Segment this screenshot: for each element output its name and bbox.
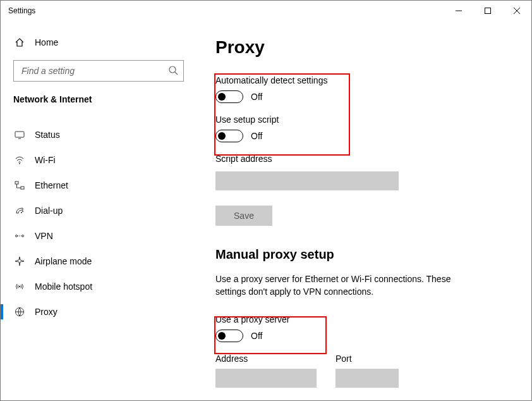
minimize-icon <box>456 8 462 14</box>
sidebar-item-label: Ethernet <box>35 180 68 190</box>
search-box[interactable] <box>13 60 184 82</box>
setup-script-label: Use setup script <box>215 114 512 125</box>
address-label: Address <box>215 354 317 364</box>
sidebar-item-vpn[interactable]: VPN <box>1 223 196 249</box>
svg-rect-0 <box>485 8 491 14</box>
use-proxy-label: Use a proxy server <box>215 314 512 324</box>
maximize-button[interactable] <box>473 1 502 21</box>
home-icon <box>13 37 26 47</box>
close-icon <box>514 8 520 14</box>
auto-detect-state: Off <box>251 92 262 102</box>
sidebar-item-label: Dial-up <box>35 206 63 216</box>
sidebar-item-label: Mobile hotspot <box>35 281 92 292</box>
close-button[interactable] <box>502 1 531 21</box>
sidebar-item-wifi[interactable]: Wi-Fi <box>1 147 196 173</box>
section-header: Network & Internet <box>1 94 196 111</box>
home-label: Home <box>35 37 58 47</box>
minimize-button[interactable] <box>444 1 473 21</box>
svg-rect-2 <box>15 132 24 137</box>
sidebar-item-label: VPN <box>35 231 53 241</box>
status-icon <box>13 130 26 140</box>
svg-point-6 <box>21 212 22 213</box>
sidebar-item-label: Wi-Fi <box>35 155 56 165</box>
home-nav[interactable]: Home <box>1 31 196 54</box>
sidebar: Home Network & Internet Status Wi-Fi <box>1 21 196 400</box>
address-input[interactable] <box>215 369 317 388</box>
svg-point-9 <box>22 235 24 237</box>
window-title: Settings <box>8 6 35 15</box>
save-button[interactable]: Save <box>215 206 272 226</box>
setup-script-state: Off <box>251 131 262 141</box>
script-address-label: Script address <box>215 154 512 164</box>
proxy-icon <box>13 307 26 317</box>
svg-rect-4 <box>15 182 18 184</box>
sidebar-item-proxy[interactable]: Proxy <box>1 299 196 324</box>
titlebar: Settings <box>1 1 531 21</box>
svg-point-10 <box>19 286 20 287</box>
script-address-input[interactable] <box>215 171 399 190</box>
sidebar-item-label: Proxy <box>35 307 57 317</box>
sidebar-item-airplane[interactable]: Airplane mode <box>1 249 196 274</box>
port-input[interactable] <box>336 369 399 388</box>
maximize-icon <box>485 8 491 14</box>
dialup-icon <box>13 206 26 216</box>
use-proxy-toggle[interactable] <box>215 330 243 342</box>
sidebar-item-label: Status <box>35 130 60 140</box>
svg-point-3 <box>19 163 20 164</box>
svg-point-1 <box>169 66 176 73</box>
manual-description: Use a proxy server for Ethernet or Wi-Fi… <box>215 273 481 298</box>
sidebar-item-ethernet[interactable]: Ethernet <box>1 173 196 198</box>
use-proxy-state: Off <box>251 331 262 341</box>
sidebar-item-label: Airplane mode <box>35 256 92 266</box>
airplane-icon <box>13 256 26 266</box>
sidebar-item-dialup[interactable]: Dial-up <box>1 198 196 223</box>
port-label: Port <box>336 354 399 364</box>
auto-detect-label: Automatically detect settings <box>215 75 512 85</box>
search-input[interactable] <box>20 65 168 77</box>
auto-detect-toggle[interactable] <box>215 90 243 103</box>
main-content: Proxy Automatically detect settings Off … <box>196 21 531 400</box>
page-title: Proxy <box>215 37 512 58</box>
sidebar-item-status[interactable]: Status <box>1 122 196 147</box>
search-icon <box>168 65 178 77</box>
svg-point-8 <box>16 235 18 237</box>
wifi-icon <box>13 155 26 165</box>
vpn-icon <box>13 231 26 241</box>
svg-rect-5 <box>21 187 24 189</box>
manual-heading: Manual proxy setup <box>215 247 512 262</box>
sidebar-item-hotspot[interactable]: Mobile hotspot <box>1 274 196 299</box>
setup-script-toggle[interactable] <box>215 130 243 142</box>
ethernet-icon <box>13 180 26 190</box>
svg-point-7 <box>22 211 23 212</box>
hotspot-icon <box>13 281 26 292</box>
